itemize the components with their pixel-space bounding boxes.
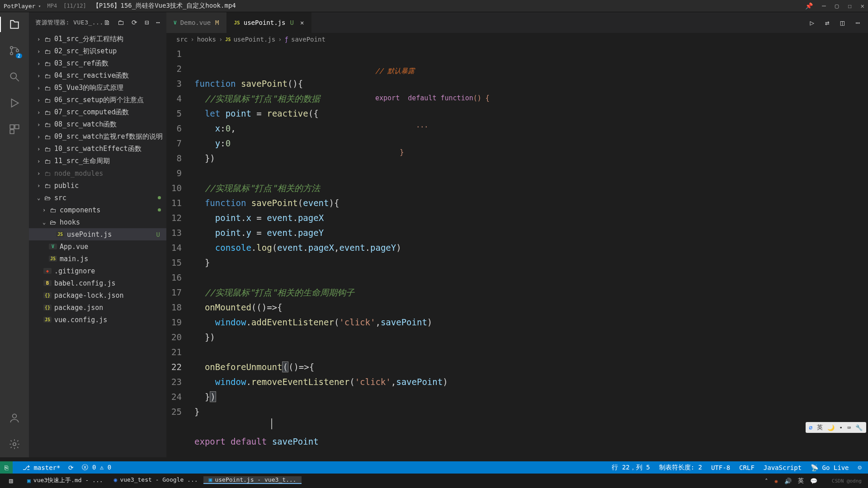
- overlay-comment: // 默认暴露: [375, 66, 490, 75]
- branch-indicator[interactable]: ⎇ master*: [23, 464, 60, 471]
- tree-item[interactable]: ›🗀03_src_ref函数: [29, 57, 166, 70]
- tree-item[interactable]: {}package-lock.json: [29, 289, 166, 301]
- tree-item[interactable]: JSmain.js: [29, 253, 166, 265]
- video-title: 【P156】156_尚硅谷Vue3技术_自定义hook.mp4: [93, 2, 236, 10]
- start-button[interactable]: ⊞: [0, 474, 22, 488]
- titlebar: PotPlayer ▾ MP4 [11/12] 【P156】156_尚硅谷Vue…: [0, 0, 868, 12]
- tray-volume-icon[interactable]: 🔊: [784, 478, 792, 484]
- search-icon[interactable]: [8, 70, 21, 84]
- remote-indicator[interactable]: ⎘: [0, 461, 13, 474]
- taskbar-item[interactable]: ◉vue3_test - Google ...: [108, 476, 203, 484]
- close-icon[interactable]: ✕: [861, 2, 864, 9]
- breadcrumb-item[interactable]: savePoint: [291, 36, 326, 43]
- playlist-index: [11/12]: [63, 3, 86, 9]
- new-file-icon[interactable]: 🗎: [104, 19, 110, 27]
- tray-up-icon[interactable]: ˄: [765, 478, 768, 484]
- tree-item[interactable]: ›🗀01_src_分析工程结构: [29, 33, 166, 45]
- taskbar-item[interactable]: ▣vue3快速上手.md - ...: [22, 476, 108, 485]
- tree-item[interactable]: ›🗀node_modules: [29, 167, 166, 179]
- explorer-title: 资源管理器: VUE3_...: [35, 19, 104, 27]
- maximize-icon[interactable]: ☐: [848, 2, 851, 9]
- compare-icon[interactable]: ⇄: [825, 19, 830, 27]
- tree-item[interactable]: {}package.json: [29, 301, 166, 314]
- code-content[interactable]: function savePoint(){ //实现鼠标"打点"相关的数据 le…: [194, 46, 868, 457]
- tree-item[interactable]: ›🗀02_src_初识setup: [29, 45, 166, 57]
- tree-item[interactable]: ›🗀07_src_computed函数: [29, 106, 166, 118]
- code-editor[interactable]: 1234567891011121314151617181920212223242…: [166, 46, 868, 457]
- explorer-header: 资源管理器: VUE3_... 🗎 🗀 ⟳ ⊟ ⋯: [29, 12, 166, 33]
- line-col[interactable]: 行 22，列 5: [612, 464, 650, 472]
- csdn-watermark: CSDN @odng: [832, 478, 862, 484]
- refresh-icon[interactable]: ⟳: [132, 19, 137, 27]
- gear-icon[interactable]: [8, 437, 21, 451]
- tray-notify-icon[interactable]: 💬: [810, 478, 817, 484]
- eol[interactable]: CRLF: [739, 464, 755, 471]
- tree-item[interactable]: ›🗀public: [29, 179, 166, 192]
- ime-mode: 英: [817, 423, 823, 432]
- activity-bar: 2: [0, 12, 29, 457]
- tree-item[interactable]: ›🗀10_src_watchEffect函数: [29, 143, 166, 155]
- run-icon[interactable]: [8, 96, 21, 110]
- tree-item[interactable]: VApp.vue: [29, 240, 166, 253]
- tree-item[interactable]: ⌄🗁hooks: [29, 216, 166, 228]
- svg-point-0: [10, 47, 13, 49]
- tree-item[interactable]: ◆.gitignore: [29, 265, 166, 277]
- account-icon[interactable]: [8, 411, 21, 425]
- collapse-icon[interactable]: ⊟: [145, 19, 149, 27]
- tree-item[interactable]: ›🗀05_Vue3的响应式原理: [29, 82, 166, 94]
- svg-point-2: [16, 49, 19, 52]
- explorer-icon[interactable]: [8, 18, 21, 31]
- breadcrumb-item[interactable]: src: [176, 36, 188, 43]
- tray-app-icon[interactable]: ❋: [774, 478, 778, 484]
- go-live[interactable]: 📡 Go Live: [811, 464, 849, 471]
- restore-icon[interactable]: ▢: [835, 2, 839, 9]
- file-tree[interactable]: ›🗀01_src_分析工程结构›🗀02_src_初识setup›🗀03_src_…: [29, 33, 166, 457]
- more-icon[interactable]: ⋯: [156, 19, 160, 27]
- tree-item[interactable]: JSvue.config.js: [29, 314, 166, 326]
- errors-count[interactable]: ⓧ 0 ⚠ 0: [82, 464, 111, 472]
- editor-tabs: VDemo.vueMJSusePoint.jsU✕ ▷ ⇄ ◫ ⋯: [166, 12, 868, 33]
- tray-lang[interactable]: 英: [798, 477, 804, 485]
- app-name[interactable]: PotPlayer: [4, 3, 35, 9]
- scm-icon[interactable]: 2: [8, 44, 21, 57]
- pin-icon[interactable]: 📌: [805, 2, 813, 9]
- close-tab-icon[interactable]: ✕: [300, 19, 304, 26]
- chevron-down-icon[interactable]: ▾: [38, 4, 41, 9]
- svg-point-7: [13, 414, 17, 418]
- status-bar: ⎘ ⎇ master* ⟳ ⓧ 0 ⚠ 0 行 22，列 5 制表符长度: 2 …: [0, 461, 868, 474]
- editor-tab[interactable]: VDemo.vueM: [166, 12, 227, 33]
- tree-item[interactable]: ›🗀06_src_setup的两个注意点: [29, 94, 166, 106]
- breadcrumb-item[interactable]: usePoint.js: [233, 36, 275, 43]
- explorer-panel: 资源管理器: VUE3_... 🗎 🗀 ⟳ ⊟ ⋯ ›🗀01_src_分析工程结…: [29, 12, 166, 457]
- tree-item[interactable]: Bbabel.config.js: [29, 277, 166, 289]
- tab-size[interactable]: 制表符长度: 2: [659, 464, 702, 472]
- editor-area: VDemo.vueMJSusePoint.jsU✕ ▷ ⇄ ◫ ⋯ src›ho…: [166, 12, 868, 457]
- editor-tab[interactable]: JSusePoint.jsU✕: [227, 12, 312, 33]
- new-folder-icon[interactable]: 🗀: [118, 19, 124, 27]
- svg-rect-4: [10, 125, 14, 129]
- tree-item[interactable]: ›🗀08_src_watch函数: [29, 118, 166, 131]
- run-tab-icon[interactable]: ▷: [810, 19, 814, 27]
- scm-badge: 2: [16, 53, 22, 58]
- split-icon[interactable]: ◫: [840, 19, 845, 27]
- tree-item[interactable]: JSusePoint.jsU: [29, 228, 166, 240]
- language-mode[interactable]: JavaScript: [764, 464, 802, 471]
- encoding[interactable]: UTF-8: [711, 464, 730, 471]
- taskbar-item[interactable]: ▣usePoint.js - vue3_t...: [203, 476, 302, 484]
- minimize-icon[interactable]: ─: [822, 2, 826, 9]
- sync-icon[interactable]: ⟳: [68, 464, 74, 471]
- svg-point-8: [13, 443, 16, 446]
- svg-rect-5: [15, 125, 19, 129]
- breadcrumb-item[interactable]: hooks: [197, 36, 216, 43]
- extensions-icon[interactable]: [8, 122, 21, 136]
- more-tab-icon[interactable]: ⋯: [855, 19, 860, 27]
- tree-item[interactable]: ›🗀components: [29, 204, 166, 216]
- tree-item[interactable]: ›🗀04_src_reactive函数: [29, 70, 166, 82]
- feedback-icon[interactable]: ☺: [858, 464, 862, 471]
- tree-item[interactable]: ›🗀11_src_生命周期: [29, 155, 166, 167]
- breadcrumbs[interactable]: src›hooks›JSusePoint.js›ƒsavePoint: [166, 33, 868, 46]
- minimap[interactable]: [862, 46, 868, 457]
- tree-item[interactable]: ›🗀09_src_watch监视ref数据的说明: [29, 131, 166, 143]
- ime-bar[interactable]: ⌀ 英 🌙•⌨🔧: [806, 422, 866, 433]
- tree-item[interactable]: ⌄🗁src: [29, 192, 166, 204]
